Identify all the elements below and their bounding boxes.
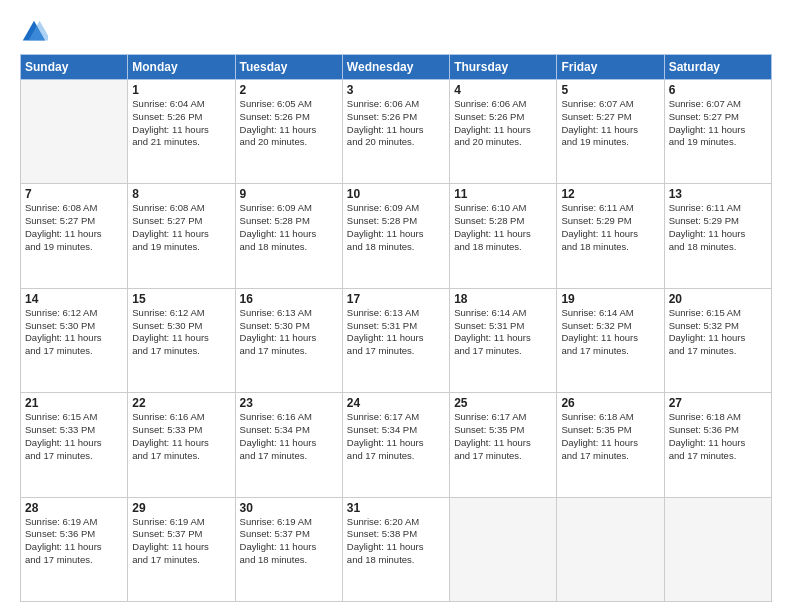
logo-icon	[20, 18, 48, 46]
day-cell: 23Sunrise: 6:16 AM Sunset: 5:34 PM Dayli…	[235, 393, 342, 497]
day-info: Sunrise: 6:08 AM Sunset: 5:27 PM Dayligh…	[132, 202, 230, 253]
day-cell: 28Sunrise: 6:19 AM Sunset: 5:36 PM Dayli…	[21, 497, 128, 601]
day-cell: 16Sunrise: 6:13 AM Sunset: 5:30 PM Dayli…	[235, 288, 342, 392]
day-cell: 17Sunrise: 6:13 AM Sunset: 5:31 PM Dayli…	[342, 288, 449, 392]
day-info: Sunrise: 6:18 AM Sunset: 5:36 PM Dayligh…	[669, 411, 767, 462]
day-number: 24	[347, 396, 445, 410]
weekday-header-wednesday: Wednesday	[342, 55, 449, 80]
weekday-header-row: SundayMondayTuesdayWednesdayThursdayFrid…	[21, 55, 772, 80]
day-info: Sunrise: 6:19 AM Sunset: 5:36 PM Dayligh…	[25, 516, 123, 567]
day-number: 18	[454, 292, 552, 306]
day-info: Sunrise: 6:19 AM Sunset: 5:37 PM Dayligh…	[132, 516, 230, 567]
week-row-3: 14Sunrise: 6:12 AM Sunset: 5:30 PM Dayli…	[21, 288, 772, 392]
day-cell: 21Sunrise: 6:15 AM Sunset: 5:33 PM Dayli…	[21, 393, 128, 497]
day-cell: 7Sunrise: 6:08 AM Sunset: 5:27 PM Daylig…	[21, 184, 128, 288]
day-info: Sunrise: 6:14 AM Sunset: 5:32 PM Dayligh…	[561, 307, 659, 358]
day-number: 5	[561, 83, 659, 97]
day-cell: 10Sunrise: 6:09 AM Sunset: 5:28 PM Dayli…	[342, 184, 449, 288]
day-number: 26	[561, 396, 659, 410]
day-cell: 29Sunrise: 6:19 AM Sunset: 5:37 PM Dayli…	[128, 497, 235, 601]
day-cell: 30Sunrise: 6:19 AM Sunset: 5:37 PM Dayli…	[235, 497, 342, 601]
week-row-4: 21Sunrise: 6:15 AM Sunset: 5:33 PM Dayli…	[21, 393, 772, 497]
day-number: 31	[347, 501, 445, 515]
weekday-header-thursday: Thursday	[450, 55, 557, 80]
day-number: 15	[132, 292, 230, 306]
day-info: Sunrise: 6:06 AM Sunset: 5:26 PM Dayligh…	[347, 98, 445, 149]
day-cell: 24Sunrise: 6:17 AM Sunset: 5:34 PM Dayli…	[342, 393, 449, 497]
day-cell: 3Sunrise: 6:06 AM Sunset: 5:26 PM Daylig…	[342, 80, 449, 184]
day-cell: 15Sunrise: 6:12 AM Sunset: 5:30 PM Dayli…	[128, 288, 235, 392]
day-info: Sunrise: 6:09 AM Sunset: 5:28 PM Dayligh…	[347, 202, 445, 253]
day-cell: 27Sunrise: 6:18 AM Sunset: 5:36 PM Dayli…	[664, 393, 771, 497]
day-info: Sunrise: 6:15 AM Sunset: 5:32 PM Dayligh…	[669, 307, 767, 358]
week-row-5: 28Sunrise: 6:19 AM Sunset: 5:36 PM Dayli…	[21, 497, 772, 601]
day-info: Sunrise: 6:14 AM Sunset: 5:31 PM Dayligh…	[454, 307, 552, 358]
day-cell: 18Sunrise: 6:14 AM Sunset: 5:31 PM Dayli…	[450, 288, 557, 392]
page: SundayMondayTuesdayWednesdayThursdayFrid…	[0, 0, 792, 612]
day-cell: 2Sunrise: 6:05 AM Sunset: 5:26 PM Daylig…	[235, 80, 342, 184]
day-info: Sunrise: 6:11 AM Sunset: 5:29 PM Dayligh…	[669, 202, 767, 253]
day-cell: 25Sunrise: 6:17 AM Sunset: 5:35 PM Dayli…	[450, 393, 557, 497]
day-info: Sunrise: 6:15 AM Sunset: 5:33 PM Dayligh…	[25, 411, 123, 462]
day-number: 22	[132, 396, 230, 410]
day-cell	[557, 497, 664, 601]
day-cell: 14Sunrise: 6:12 AM Sunset: 5:30 PM Dayli…	[21, 288, 128, 392]
day-info: Sunrise: 6:11 AM Sunset: 5:29 PM Dayligh…	[561, 202, 659, 253]
weekday-header-sunday: Sunday	[21, 55, 128, 80]
day-number: 19	[561, 292, 659, 306]
day-info: Sunrise: 6:13 AM Sunset: 5:30 PM Dayligh…	[240, 307, 338, 358]
day-number: 9	[240, 187, 338, 201]
day-number: 13	[669, 187, 767, 201]
day-number: 10	[347, 187, 445, 201]
day-info: Sunrise: 6:06 AM Sunset: 5:26 PM Dayligh…	[454, 98, 552, 149]
weekday-header-saturday: Saturday	[664, 55, 771, 80]
day-info: Sunrise: 6:16 AM Sunset: 5:34 PM Dayligh…	[240, 411, 338, 462]
day-cell: 12Sunrise: 6:11 AM Sunset: 5:29 PM Dayli…	[557, 184, 664, 288]
day-cell: 31Sunrise: 6:20 AM Sunset: 5:38 PM Dayli…	[342, 497, 449, 601]
day-number: 28	[25, 501, 123, 515]
day-number: 6	[669, 83, 767, 97]
week-row-1: 1Sunrise: 6:04 AM Sunset: 5:26 PM Daylig…	[21, 80, 772, 184]
day-info: Sunrise: 6:07 AM Sunset: 5:27 PM Dayligh…	[561, 98, 659, 149]
day-info: Sunrise: 6:07 AM Sunset: 5:27 PM Dayligh…	[669, 98, 767, 149]
day-info: Sunrise: 6:13 AM Sunset: 5:31 PM Dayligh…	[347, 307, 445, 358]
day-info: Sunrise: 6:12 AM Sunset: 5:30 PM Dayligh…	[25, 307, 123, 358]
day-cell	[21, 80, 128, 184]
day-cell	[664, 497, 771, 601]
day-number: 2	[240, 83, 338, 97]
day-info: Sunrise: 6:09 AM Sunset: 5:28 PM Dayligh…	[240, 202, 338, 253]
day-cell: 13Sunrise: 6:11 AM Sunset: 5:29 PM Dayli…	[664, 184, 771, 288]
day-number: 8	[132, 187, 230, 201]
day-cell: 5Sunrise: 6:07 AM Sunset: 5:27 PM Daylig…	[557, 80, 664, 184]
day-info: Sunrise: 6:17 AM Sunset: 5:35 PM Dayligh…	[454, 411, 552, 462]
day-cell: 6Sunrise: 6:07 AM Sunset: 5:27 PM Daylig…	[664, 80, 771, 184]
day-number: 1	[132, 83, 230, 97]
day-number: 3	[347, 83, 445, 97]
day-info: Sunrise: 6:19 AM Sunset: 5:37 PM Dayligh…	[240, 516, 338, 567]
day-number: 21	[25, 396, 123, 410]
day-info: Sunrise: 6:16 AM Sunset: 5:33 PM Dayligh…	[132, 411, 230, 462]
day-number: 14	[25, 292, 123, 306]
day-number: 23	[240, 396, 338, 410]
day-number: 29	[132, 501, 230, 515]
weekday-header-friday: Friday	[557, 55, 664, 80]
day-number: 20	[669, 292, 767, 306]
calendar: SundayMondayTuesdayWednesdayThursdayFrid…	[20, 54, 772, 602]
day-cell: 9Sunrise: 6:09 AM Sunset: 5:28 PM Daylig…	[235, 184, 342, 288]
weekday-header-tuesday: Tuesday	[235, 55, 342, 80]
day-number: 12	[561, 187, 659, 201]
day-cell: 11Sunrise: 6:10 AM Sunset: 5:28 PM Dayli…	[450, 184, 557, 288]
day-cell: 20Sunrise: 6:15 AM Sunset: 5:32 PM Dayli…	[664, 288, 771, 392]
day-cell: 19Sunrise: 6:14 AM Sunset: 5:32 PM Dayli…	[557, 288, 664, 392]
day-info: Sunrise: 6:20 AM Sunset: 5:38 PM Dayligh…	[347, 516, 445, 567]
day-number: 17	[347, 292, 445, 306]
day-cell: 8Sunrise: 6:08 AM Sunset: 5:27 PM Daylig…	[128, 184, 235, 288]
day-info: Sunrise: 6:05 AM Sunset: 5:26 PM Dayligh…	[240, 98, 338, 149]
day-info: Sunrise: 6:17 AM Sunset: 5:34 PM Dayligh…	[347, 411, 445, 462]
day-cell: 1Sunrise: 6:04 AM Sunset: 5:26 PM Daylig…	[128, 80, 235, 184]
day-cell: 26Sunrise: 6:18 AM Sunset: 5:35 PM Dayli…	[557, 393, 664, 497]
day-info: Sunrise: 6:12 AM Sunset: 5:30 PM Dayligh…	[132, 307, 230, 358]
day-info: Sunrise: 6:04 AM Sunset: 5:26 PM Dayligh…	[132, 98, 230, 149]
day-cell	[450, 497, 557, 601]
day-cell: 22Sunrise: 6:16 AM Sunset: 5:33 PM Dayli…	[128, 393, 235, 497]
